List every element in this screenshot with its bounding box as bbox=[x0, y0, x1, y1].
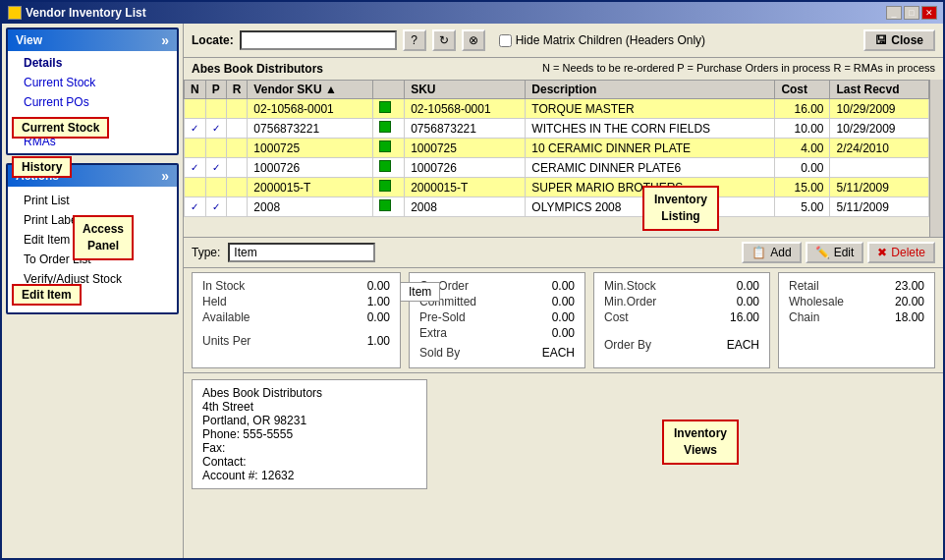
col-green-indicator bbox=[372, 99, 405, 119]
chain-label: Chain bbox=[789, 310, 858, 324]
table-scroll-area[interactable]: N P R Vendor SKU ▲ SKU Description Cost … bbox=[184, 80, 943, 237]
title-bar: Vendor Inventory List _ □ ✕ bbox=[2, 2, 943, 24]
address-line6: Contact: bbox=[202, 455, 417, 469]
retail-value: 23.00 bbox=[885, 279, 924, 293]
table-row[interactable]: 1000725 1000725 10 CERAMIC DINNER PLATE … bbox=[185, 139, 929, 158]
col-header-green bbox=[372, 81, 405, 99]
col-vendor-sku: 1000725 bbox=[248, 139, 372, 158]
col-n bbox=[185, 139, 206, 158]
edit-button[interactable]: ✏️ Edit bbox=[806, 242, 864, 263]
locate-label: Locate: bbox=[192, 33, 234, 47]
col-header-last-recvd[interactable]: Last Recvd bbox=[830, 81, 929, 99]
col-header-sku[interactable]: SKU bbox=[405, 81, 526, 99]
col-header-description[interactable]: Description bbox=[526, 81, 775, 99]
type-label: Type: bbox=[192, 246, 220, 259]
on-order-value: 0.00 bbox=[535, 279, 575, 293]
close-button[interactable]: 🖫 Close bbox=[863, 29, 935, 51]
sold-by-value: EACH bbox=[535, 346, 575, 360]
table-scrollbar[interactable] bbox=[929, 80, 943, 237]
detail-box-left: In Stock 0.00 Held 1.00 Available 0.00 bbox=[192, 272, 401, 368]
action-print-list[interactable]: Print List bbox=[8, 191, 177, 210]
col-description: 10 CERAMIC DINNER PLATE bbox=[526, 139, 775, 158]
cost-label: Cost bbox=[604, 310, 673, 324]
sold-by-label: Sold By bbox=[419, 346, 488, 360]
stop-button[interactable]: ⊗ bbox=[462, 29, 485, 51]
table-row[interactable]: 02-10568-0001 02-10568-0001 TORQUE MASTE… bbox=[185, 99, 929, 119]
col-green-indicator bbox=[372, 197, 405, 217]
col-cost: 0.00 bbox=[775, 158, 830, 178]
detail-box-middle2: Min.Stock 0.00 Min.Order 0.00 Cost 16.00 bbox=[593, 272, 770, 368]
type-input[interactable] bbox=[228, 243, 375, 262]
col-cost: 15.00 bbox=[775, 178, 830, 197]
delete-label: Delete bbox=[891, 246, 925, 259]
sidebar-item-current-stock[interactable]: Current Stock bbox=[8, 73, 177, 92]
window-close-button[interactable]: ✕ bbox=[921, 6, 937, 20]
col-n: ✓ bbox=[185, 119, 206, 139]
add-label: Add bbox=[770, 246, 791, 259]
table-row[interactable]: ✓ ✓ 1000726 1000726 CERAMIC DINNER PLATE… bbox=[185, 158, 929, 178]
hide-matrix-checkbox[interactable] bbox=[499, 34, 512, 47]
col-p: ✓ bbox=[205, 119, 226, 139]
view-label: View bbox=[16, 33, 42, 47]
add-icon: 📋 bbox=[751, 246, 766, 259]
wholesale-label: Wholesale bbox=[789, 295, 858, 308]
held-label: Held bbox=[202, 295, 271, 308]
view-expand-icon[interactable]: » bbox=[161, 32, 169, 48]
sidebar-item-details[interactable]: Details bbox=[8, 53, 177, 73]
address-line7: Account #: 12632 bbox=[202, 469, 417, 482]
held-value: 1.00 bbox=[351, 295, 390, 308]
minimize-button[interactable]: _ bbox=[886, 6, 902, 20]
col-r bbox=[226, 178, 248, 197]
add-button[interactable]: 📋 Add bbox=[742, 242, 801, 263]
col-header-n: N bbox=[185, 81, 206, 99]
edit-item-tooltip: Edit Item bbox=[12, 284, 82, 306]
col-description: TORQUE MASTER bbox=[526, 99, 775, 119]
locate-input[interactable] bbox=[240, 30, 397, 50]
pre-sold-value: 0.00 bbox=[535, 310, 575, 324]
col-cost: 4.00 bbox=[775, 139, 830, 158]
col-n: ✓ bbox=[185, 197, 206, 217]
col-r bbox=[226, 139, 248, 158]
available-label: Available bbox=[202, 310, 271, 324]
relative-container: Locate: ? ↻ ⊗ Hide Matrix Children (Head… bbox=[184, 24, 943, 558]
edit-label: Edit bbox=[834, 246, 855, 259]
col-description: WITCHES IN THE CORN FIELDS bbox=[526, 119, 775, 139]
sidebar: View » Details Current Stock Current POs… bbox=[2, 24, 184, 558]
help-button[interactable]: ? bbox=[403, 29, 426, 51]
actions-expand-icon[interactable]: » bbox=[161, 168, 169, 184]
order-by-label: Order By bbox=[604, 338, 673, 352]
table-row[interactable]: ✓ ✓ 2008 2008 OLYMPICS 2008 5.00 5/11/20… bbox=[185, 197, 929, 217]
item-tooltip: Item bbox=[400, 282, 440, 302]
inventory-views-tooltip: Inventory Views bbox=[662, 420, 739, 465]
app-icon bbox=[8, 6, 22, 20]
inventory-listing-tooltip: Inventory Listing bbox=[642, 186, 719, 231]
window-title: Vendor Inventory List bbox=[26, 6, 146, 20]
table-row[interactable]: ✓ ✓ 0756873221 0756873221 WITCHES IN THE… bbox=[185, 119, 929, 139]
address-box: Abes Book Distributors 4th Street Portla… bbox=[192, 379, 427, 489]
col-p bbox=[205, 139, 226, 158]
col-header-vendor-sku[interactable]: Vendor SKU ▲ bbox=[248, 81, 372, 99]
pre-sold-label: Pre-Sold bbox=[419, 310, 488, 324]
units-per-value: 1.00 bbox=[351, 334, 390, 348]
min-order-label: Min.Order bbox=[604, 295, 673, 308]
view-section-header: View » bbox=[8, 29, 177, 51]
sidebar-item-current-pos[interactable]: Current POs bbox=[8, 92, 177, 112]
col-header-cost[interactable]: Cost bbox=[775, 81, 830, 99]
maximize-button[interactable]: □ bbox=[904, 6, 919, 20]
col-sku: 02-10568-0001 bbox=[405, 99, 526, 119]
main-window: Vendor Inventory List _ □ ✕ View » Detai… bbox=[0, 0, 945, 560]
col-n bbox=[185, 99, 206, 119]
col-p bbox=[205, 99, 226, 119]
distributor-name: Abes Book Distributors bbox=[192, 62, 323, 76]
address-line4: Phone: 555-5555 bbox=[202, 427, 417, 441]
col-vendor-sku: 2000015-T bbox=[248, 178, 372, 197]
col-vendor-sku: 0756873221 bbox=[248, 119, 372, 139]
hide-matrix-label[interactable]: Hide Matrix Children (Headers Only) bbox=[499, 33, 705, 47]
refresh-button[interactable]: ↻ bbox=[432, 29, 456, 51]
min-stock-label: Min.Stock bbox=[604, 279, 673, 293]
detail-box-right: Retail 23.00 Wholesale 20.00 Chain 18.00 bbox=[778, 272, 935, 368]
delete-button[interactable]: ✖ Delete bbox=[867, 242, 935, 263]
col-r bbox=[226, 99, 248, 119]
table-row[interactable]: 2000015-T 2000015-T SUPER MARIO BROTHERS… bbox=[185, 178, 929, 197]
in-stock-value: 0.00 bbox=[351, 279, 390, 293]
